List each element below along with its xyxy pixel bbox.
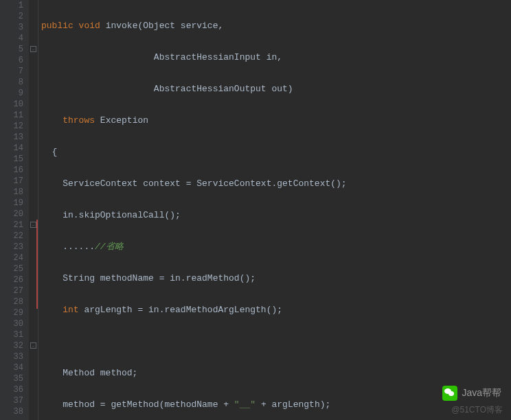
- line-number-gutter: 1234567891011121314151617181920212223242…: [0, 0, 29, 420]
- wechat-badge: Java帮帮: [442, 386, 501, 401]
- line-number: 22: [0, 231, 23, 242]
- line-number: 5: [0, 44, 23, 55]
- line-number: 25: [0, 264, 23, 275]
- code-line: in.skipOptionalCall();: [41, 210, 511, 221]
- fold-gutter: - - -: [29, 0, 38, 420]
- line-number: 15: [0, 154, 23, 165]
- code-line: ......//省略: [41, 242, 511, 253]
- line-number: 14: [0, 143, 23, 154]
- code-editor[interactable]: 1234567891011121314151617181920212223242…: [0, 0, 511, 420]
- line-number: 10: [0, 99, 23, 110]
- code-line: ServiceContext context = ServiceContext.…: [41, 178, 511, 189]
- change-marker: [36, 220, 38, 309]
- line-number: 35: [0, 373, 23, 384]
- fold-marker[interactable]: -: [30, 222, 36, 228]
- line-number: 19: [0, 198, 23, 209]
- code-line: int argLength = in.readMethodArgLength()…: [41, 305, 511, 316]
- fold-marker[interactable]: -: [30, 46, 36, 52]
- line-number: 16: [0, 165, 23, 176]
- line-number: 32: [0, 340, 23, 351]
- line-number: 17: [0, 176, 23, 187]
- line-number: 2: [0, 11, 23, 22]
- line-number: 33: [0, 351, 23, 362]
- wechat-text: Java帮帮: [462, 387, 501, 399]
- line-number: 1: [0, 0, 23, 11]
- line-number: 12: [0, 121, 23, 132]
- line-number: 4: [0, 33, 23, 44]
- line-number: 9: [0, 88, 23, 99]
- code-line: throws Exception: [41, 115, 511, 126]
- line-number: 8: [0, 77, 23, 88]
- line-number: 27: [0, 285, 23, 296]
- code-line: AbstractHessianInput in,: [41, 52, 511, 63]
- line-number: 21: [0, 220, 23, 231]
- line-number: 26: [0, 275, 23, 285]
- line-number: 7: [0, 66, 23, 77]
- line-number: 29: [0, 307, 23, 318]
- code-line: Method method;: [41, 368, 511, 379]
- code-line: public void invoke(Object service,: [41, 21, 511, 32]
- code-line: String methodName = in.readMethod();: [41, 273, 511, 284]
- line-number: 20: [0, 209, 23, 220]
- watermark-text: @51CTO博客: [451, 404, 503, 416]
- line-number: 36: [0, 384, 23, 395]
- line-number: 34: [0, 362, 23, 373]
- line-number: 23: [0, 242, 23, 253]
- code-line: {: [41, 147, 511, 158]
- code-line: [41, 336, 511, 347]
- line-number: 6: [0, 55, 23, 66]
- line-number: 24: [0, 253, 23, 264]
- line-number: 37: [0, 395, 23, 406]
- line-number: 11: [0, 110, 23, 121]
- line-number: 13: [0, 132, 23, 143]
- line-number: 31: [0, 329, 23, 340]
- line-number: 38: [0, 406, 23, 417]
- code-line: AbstractHessianOutput out): [41, 84, 511, 95]
- line-number: 18: [0, 187, 23, 198]
- line-number: 30: [0, 318, 23, 329]
- code-line: method = getMethod(methodName + "__" + a…: [41, 399, 511, 410]
- fold-marker[interactable]: -: [30, 342, 36, 349]
- line-number: 28: [0, 296, 23, 307]
- wechat-icon: [442, 386, 457, 401]
- line-number: 3: [0, 22, 23, 33]
- code-content[interactable]: public void invoke(Object service, Abstr…: [38, 0, 511, 420]
